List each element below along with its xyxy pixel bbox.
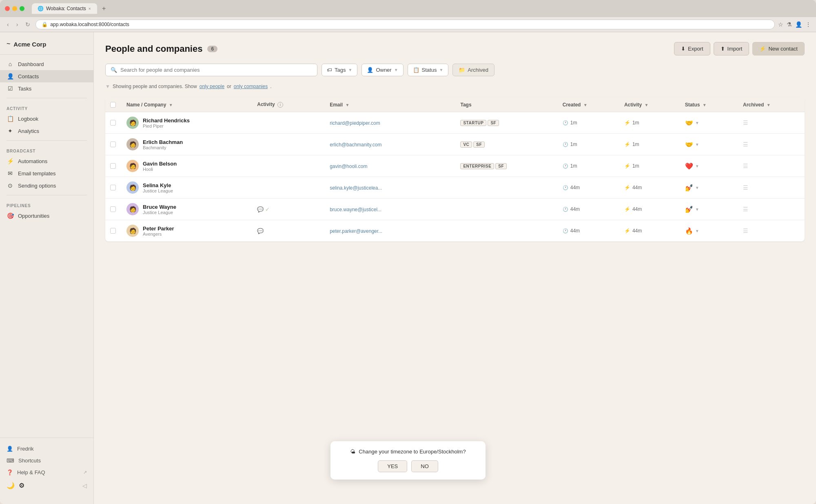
table-row: 🧑 Erlich Bachman Bachmanity erlich@bachm…	[105, 134, 805, 155]
row-checkbox-5[interactable]	[110, 206, 116, 212]
maximize-window-dot[interactable]	[20, 6, 24, 11]
sidebar-item-contacts[interactable]: 👤 Contacts	[0, 70, 93, 82]
contact-name[interactable]: Selina Kyle	[143, 182, 173, 188]
contact-email[interactable]: selina.kyle@justicelea...	[330, 185, 382, 191]
row-actions-btn[interactable]: ☰	[743, 206, 748, 212]
timezone-no-btn[interactable]: NO	[411, 460, 438, 472]
contact-name[interactable]: Richard Hendricks	[143, 117, 190, 124]
new-tab-btn[interactable]: +	[102, 5, 106, 12]
status-cell: 💅▼	[685, 184, 733, 192]
row-actions-btn[interactable]: ☰	[743, 119, 748, 126]
contact-email[interactable]: richard@piedpiper.com	[330, 120, 380, 126]
sidebar-item-tasks[interactable]: ☑ Tasks	[0, 82, 93, 95]
th-select-all[interactable]	[105, 97, 122, 112]
row-checkbox-2[interactable]	[110, 141, 116, 147]
contact-email[interactable]: bruce.wayne@justicel...	[330, 207, 381, 212]
import-button[interactable]: ⬆ Import	[714, 42, 749, 55]
sidebar-item-logbook[interactable]: 📋 Logbook	[0, 113, 93, 125]
sidebar-brand[interactable]: ~ Acme Corp	[0, 39, 93, 55]
contact-tag[interactable]: ENTERPRISE	[460, 163, 494, 169]
row-checkbox-6[interactable]	[110, 228, 116, 234]
archived-filter-btn[interactable]: 📁 Archived	[452, 64, 494, 76]
status-dropdown-btn[interactable]: ▼	[695, 164, 699, 168]
contact-name[interactable]: Peter Parker	[143, 225, 174, 232]
contact-email[interactable]: peter.parker@avenger...	[330, 228, 382, 234]
menu-icon[interactable]: ⋮	[805, 21, 811, 28]
contact-email[interactable]: gavin@hooli.com	[330, 164, 367, 169]
contact-name[interactable]: Erlich Bachman	[143, 139, 183, 145]
contact-tag[interactable]: STARTUP	[460, 120, 486, 126]
archived-filter-label: Archived	[468, 67, 488, 73]
new-contact-button[interactable]: ⚡ New contact	[752, 42, 805, 55]
sidebar-item-email-templates[interactable]: ✉ Email templates	[0, 167, 93, 179]
contact-tag[interactable]: SF	[488, 120, 499, 126]
close-window-dot[interactable]	[5, 6, 10, 11]
only-people-link[interactable]: only people	[200, 84, 224, 89]
th-status[interactable]: Status ▼	[680, 97, 738, 112]
status-dropdown-btn[interactable]: ▼	[695, 121, 699, 125]
minimize-window-dot[interactable]	[12, 6, 17, 11]
refresh-btn[interactable]: ↻	[23, 20, 32, 29]
sidebar-item-user[interactable]: 👤 Fredrik	[0, 443, 93, 455]
sidebar-item-analytics[interactable]: ✦ Analytics	[0, 125, 93, 137]
sidebar-item-opportunities[interactable]: 🎯 Opportunities	[0, 210, 93, 222]
export-button[interactable]: ⬇ Export	[674, 42, 710, 55]
contact-name[interactable]: Bruce Wayne	[143, 204, 176, 210]
th-email[interactable]: Email ▼	[325, 97, 455, 112]
th-act[interactable]: Activity ▼	[619, 97, 680, 112]
only-companies-link[interactable]: only companies	[234, 84, 268, 89]
address-bar[interactable]: 🔒 app.wobaka.localhost:8000/contacts	[35, 20, 775, 29]
timezone-message: 🌤 Change your timezone to Europe/Stockho…	[350, 449, 466, 455]
status-dropdown-btn[interactable]: ▼	[695, 142, 699, 147]
sidebar-item-automations[interactable]: ⚡ Automations	[0, 155, 93, 167]
beaker-icon[interactable]: ⚗	[787, 21, 792, 28]
sidebar-item-help[interactable]: ❓ Help & FAQ ↗	[0, 466, 93, 478]
forward-btn[interactable]: ›	[14, 20, 20, 29]
activity-info-icon[interactable]: i	[277, 102, 283, 108]
page-header: People and companies 6 ⬇ Export ⬆ Import…	[105, 42, 805, 55]
contact-tag[interactable]: VC	[460, 141, 472, 148]
contact-email[interactable]: erlich@bachmanity.com	[330, 142, 381, 148]
th-archived[interactable]: Archived ▼	[738, 97, 805, 112]
th-created[interactable]: Created ▼	[558, 97, 619, 112]
status-filter-btn[interactable]: 📋 Status ▼	[408, 64, 449, 76]
status-dropdown-btn[interactable]: ▼	[695, 207, 699, 212]
owner-filter-btn[interactable]: 👤 Owner ▼	[361, 64, 403, 76]
theme-toggle-btn[interactable]: 🌙	[7, 482, 15, 489]
search-box[interactable]: 🔍	[105, 64, 317, 76]
collapse-sidebar-btn[interactable]: ◁	[82, 482, 87, 489]
profile-icon[interactable]: 👤	[795, 21, 802, 28]
row-actions-btn[interactable]: ☰	[743, 184, 748, 191]
row-actions-btn[interactable]: ☰	[743, 141, 748, 148]
created-cell: 🕐44m	[563, 185, 614, 190]
row-checkbox-4[interactable]	[110, 185, 116, 190]
tags-filter-btn[interactable]: 🏷 Tags ▼	[322, 64, 357, 76]
contact-tag[interactable]: SF	[495, 163, 507, 169]
sidebar-item-dashboard[interactable]: ⌂ Dashboard	[0, 58, 93, 70]
settings-btn[interactable]: ⚙	[19, 482, 24, 489]
row-actions-btn[interactable]: ☰	[743, 228, 748, 234]
sidebar-item-sending-options[interactable]: ⊙ Sending options	[0, 179, 93, 192]
sidebar-label-automations: Automations	[18, 158, 47, 164]
app-layout: ~ Acme Corp ⌂ Dashboard 👤 Contacts ☑ Tas…	[0, 32, 816, 504]
row-actions-btn[interactable]: ☰	[743, 163, 748, 169]
status-dropdown-btn[interactable]: ▼	[695, 186, 699, 190]
contact-name[interactable]: Gavin Belson	[143, 161, 177, 167]
status-dropdown-btn[interactable]: ▼	[695, 229, 699, 233]
sidebar-item-shortcuts[interactable]: ⌨ Shortcuts	[0, 455, 93, 466]
bookmark-icon[interactable]: ☆	[778, 21, 783, 28]
search-input[interactable]	[120, 67, 312, 73]
row-checkbox-3[interactable]	[110, 163, 116, 169]
timezone-yes-btn[interactable]: YES	[378, 460, 407, 472]
tab-close-btn[interactable]: ×	[89, 7, 91, 11]
select-all-checkbox[interactable]	[110, 102, 116, 108]
contact-tag[interactable]: SF	[473, 141, 485, 148]
created-time: 1m	[570, 163, 577, 169]
row-checkbox-1[interactable]	[110, 120, 116, 126]
info-text: Showing people and companies. Show	[113, 84, 197, 89]
th-created-sort-icon: ▼	[583, 103, 588, 107]
th-name[interactable]: Name / Company ▼	[122, 97, 252, 112]
browser-tab[interactable]: 🌐 Wobaka: Contacts ×	[32, 3, 97, 14]
status-emoji: 💅	[685, 206, 693, 213]
back-btn[interactable]: ‹	[5, 20, 11, 29]
